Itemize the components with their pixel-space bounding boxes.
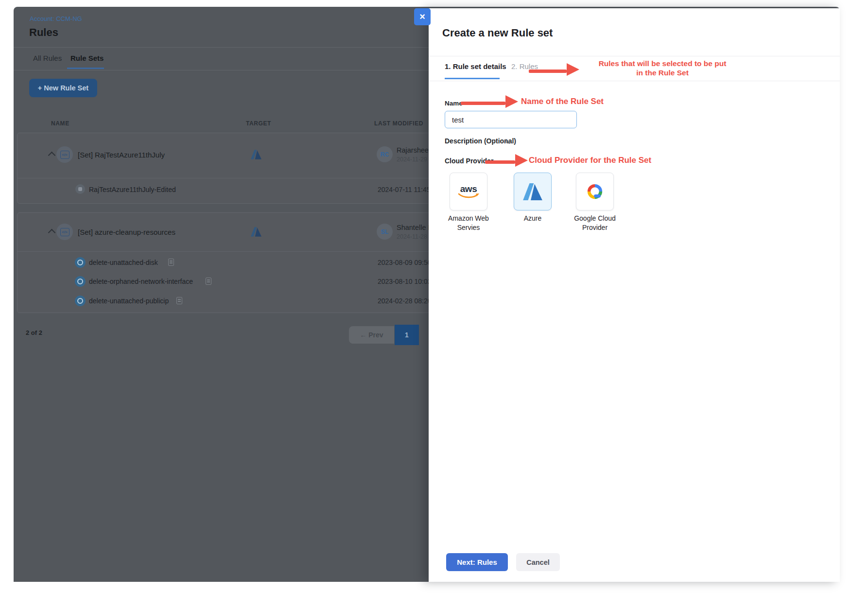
annotation-steps-note-line2: in the Rule Set	[581, 68, 744, 77]
steps-divider	[429, 81, 840, 81]
tab-rule-sets[interactable]: Rule Sets	[70, 54, 104, 62]
active-tab-underline	[67, 68, 104, 69]
step-rule-set-details[interactable]: 1. Rule set details	[445, 62, 506, 70]
azure-logo-icon	[523, 183, 542, 200]
pencil-icon[interactable]: ✎	[504, 138, 510, 146]
provider-label-gcp: Google Cloud Provider	[566, 214, 624, 232]
sort-caret-icon[interactable]: ▾	[67, 120, 69, 125]
annotation-provider-note: Cloud Provider for the Rule Set	[529, 156, 651, 165]
document-icon[interactable]	[168, 259, 174, 266]
gcp-logo-icon	[584, 182, 606, 201]
rule-set-icon	[56, 224, 73, 240]
new-rule-set-button[interactable]: + New Rule Set	[29, 79, 97, 97]
rule-icon	[75, 257, 86, 268]
close-button[interactable]: ×	[414, 8, 431, 25]
rule-set-name[interactable]: [Set] azure-cleanup-resources	[78, 228, 175, 236]
avatar: RC	[377, 146, 393, 162]
annotation-arrowhead-steps	[567, 63, 579, 76]
drawer-title: Create a new Rule set	[442, 27, 553, 39]
aws-logo-icon: aws	[457, 185, 480, 199]
annotation-arrow-provider	[485, 160, 515, 164]
pagination-prev-button[interactable]: ← Prev	[349, 326, 394, 344]
rule-name[interactable]: delete-unattached-publicip	[89, 297, 169, 305]
code-tag-icon	[60, 228, 69, 236]
annotation-name-note: Name of the Rule Set	[521, 97, 604, 106]
cancel-button[interactable]: Cancel	[516, 553, 560, 571]
rule-icon	[75, 296, 86, 306]
annotation-arrowhead-name	[505, 95, 518, 108]
account-breadcrumb[interactable]: Account: CCM-NG	[30, 15, 82, 22]
annotation-steps-note-line1: Rules that will be selected to be put	[581, 59, 744, 68]
column-header-target: TARGET	[246, 120, 271, 127]
page-title: Rules	[29, 26, 58, 39]
next-rules-button[interactable]: Next: Rules	[446, 553, 508, 571]
code-tag-icon	[60, 151, 69, 159]
azure-target-icon	[251, 227, 261, 237]
azure-target-icon	[251, 150, 261, 159]
rule-modified-date: 2023-08-10 10:02	[378, 278, 432, 285]
annotation-arrow-name	[461, 102, 505, 105]
name-input[interactable]	[445, 111, 577, 128]
rule-modified-date: 2024-02-28 08:26	[378, 297, 432, 305]
name-label: Name	[445, 100, 463, 107]
provider-card-gcp[interactable]	[576, 173, 614, 210]
pagination-summary: 2 of 2	[26, 329, 42, 336]
column-header-last-modified: LAST MODIFIED	[374, 120, 423, 127]
close-icon: ×	[419, 11, 425, 22]
rule-set-icon	[56, 146, 73, 163]
last-modified-author: Shantelle L	[397, 224, 432, 231]
rule-icon	[75, 276, 86, 287]
provider-card-azure[interactable]	[514, 173, 552, 210]
chevron-up-icon[interactable]	[48, 229, 56, 237]
provider-label-aws: Amazon Web Servies	[440, 214, 497, 232]
avatar: SL	[377, 224, 393, 240]
rule-modified-date: 2023-08-09 09:50	[378, 259, 432, 266]
drawer-divider	[429, 56, 840, 56]
annotation-arrowhead-provider	[515, 154, 528, 167]
provider-label-azure: Azure	[494, 214, 571, 223]
create-rule-set-drawer: × Create a new Rule set 1. Rule set deta…	[429, 8, 840, 582]
chevron-up-icon[interactable]	[48, 152, 56, 159]
rule-name[interactable]: delete-unattached-disk	[89, 259, 158, 266]
rule-set-name[interactable]: [Set] RajTestAzure11thJuly	[78, 151, 165, 159]
rule-name[interactable]: delete-orphaned-network-interface	[89, 278, 193, 285]
screenshot-canvas: Account: CCM-NG Rules All Rules Rule Set…	[0, 0, 868, 593]
active-step-underline	[445, 78, 500, 79]
tab-all-rules[interactable]: All Rules	[33, 54, 62, 62]
pagination-page-1-button[interactable]: 1	[395, 325, 419, 345]
document-icon[interactable]	[206, 278, 211, 285]
annotation-arrow-steps	[529, 70, 567, 73]
document-icon[interactable]	[176, 297, 182, 304]
annotation-steps-note: Rules that will be selected to be put in…	[581, 59, 744, 77]
rule-modified-date: 2024-07-11 11:45 A	[378, 186, 436, 193]
rule-name[interactable]: RajTestAzure11thJuly-Edited	[89, 186, 176, 193]
provider-card-aws[interactable]: aws	[450, 173, 487, 210]
rule-icon	[75, 184, 85, 194]
